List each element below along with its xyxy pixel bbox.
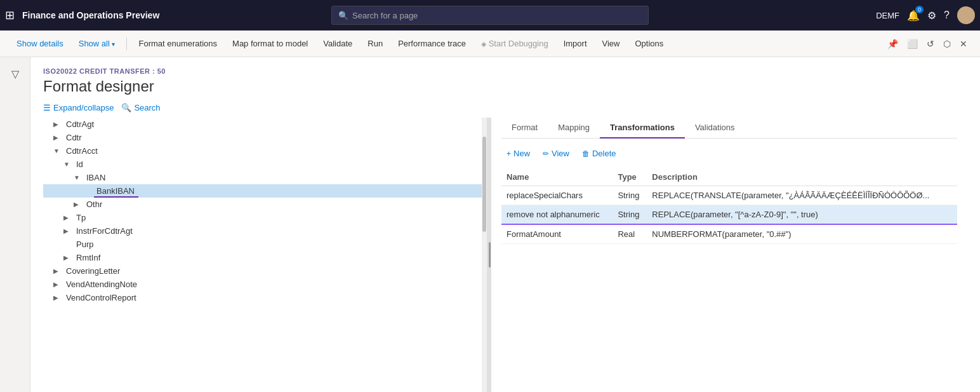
list-icon: ☰ <box>43 103 51 112</box>
settings-icon[interactable]: ⚙ <box>927 10 936 22</box>
refresh-icon[interactable]: ↺ <box>924 36 937 51</box>
toolbar-separator-1 <box>126 37 127 50</box>
plus-icon: + <box>507 149 511 158</box>
tree-item[interactable]: ▶ Cdtr <box>43 131 482 144</box>
tree-item-bankiban[interactable]: BankIBAN <box>43 184 482 198</box>
delete-button[interactable]: 🗑 Delete <box>577 146 621 161</box>
tree-toggle[interactable]: ▶ <box>63 254 74 261</box>
table-row[interactable]: FormatAmount Real NUMBERFORMAT(parameter… <box>501 224 957 244</box>
performance-trace-button[interactable]: Performance trace <box>392 36 472 51</box>
tree-toggle[interactable]: ▶ <box>53 294 63 301</box>
toolbar-right: 📌 ⬜ ↺ ⬡ ✕ <box>885 36 970 51</box>
tree-toggle[interactable]: ▼ <box>74 174 84 181</box>
tree-toggle[interactable]: ▼ <box>53 147 63 154</box>
col-name: Name <box>501 168 612 186</box>
table-row-selected[interactable]: remove not alphanumeric String REPLACE(p… <box>501 205 957 225</box>
top-navigation: ⊞ Finance and Operations Preview 🔍 Searc… <box>0 0 980 30</box>
breadcrumb: ISO20022 CREDIT TRANSFER : 50 <box>43 67 967 75</box>
search-icon: 🔍 <box>338 11 348 20</box>
scrollbar[interactable] <box>482 118 487 392</box>
panels: ▶ CdtrAgt ▶ Cdtr ▼ CdtrAcct <box>43 118 967 392</box>
sidebar-icons: ▽ <box>0 57 30 392</box>
table-row[interactable]: replaceSpecialChars String REPLACE(TRANS… <box>501 186 957 205</box>
help-icon[interactable]: ? <box>944 10 950 21</box>
view-record-button[interactable]: ✏ View <box>538 146 574 161</box>
view-button[interactable]: View <box>596 36 626 51</box>
run-button[interactable]: Run <box>361 36 389 51</box>
row-name: FormatAmount <box>501 224 612 244</box>
global-search[interactable]: 🔍 Search for a page <box>331 6 649 25</box>
col-description: Description <box>647 168 957 186</box>
pin-icon[interactable]: 📌 <box>885 36 901 51</box>
trash-icon: 🗑 <box>582 149 590 158</box>
start-debugging-button: ◈ Start Debugging <box>475 36 555 51</box>
validate-button[interactable]: Validate <box>317 36 359 51</box>
right-tabs: Format Mapping Transformations Validatio… <box>501 118 957 139</box>
close-icon[interactable]: ✕ <box>957 36 970 51</box>
col-type: Type <box>612 168 647 186</box>
edit-icon: ✏ <box>543 149 549 158</box>
row-type: String <box>612 205 647 225</box>
notification-icon[interactable]: 🔔 0 <box>907 10 920 22</box>
divider-handle <box>489 242 491 267</box>
tree-toggle[interactable]: ▶ <box>53 134 63 141</box>
tree-item[interactable]: ▶ Tp <box>43 211 482 224</box>
tree-item[interactable]: ▼ IBAN <box>43 171 482 184</box>
content-area: ISO20022 CREDIT TRANSFER : 50 Format des… <box>30 57 980 392</box>
avatar[interactable] <box>957 6 975 24</box>
notification-badge: 0 <box>915 6 924 13</box>
transformations-table: Name Type Description replaceSpecialChar… <box>501 168 957 244</box>
user-code: DEMF <box>876 11 899 20</box>
import-button[interactable]: Import <box>557 36 593 51</box>
tab-mapping[interactable]: Mapping <box>548 118 600 139</box>
tree-item[interactable]: ▼ Id <box>43 158 482 171</box>
main-content: ▽ ISO20022 CREDIT TRANSFER : 50 Format d… <box>0 57 980 392</box>
tree-item[interactable]: ▶ VendAttendingNote <box>43 278 482 291</box>
tree-item[interactable]: Purp <box>43 238 482 251</box>
right-panel: Format Mapping Transformations Validatio… <box>491 118 967 392</box>
search-icon-small: 🔍 <box>121 103 131 112</box>
row-type: Real <box>612 224 647 244</box>
row-description: REPLACE(TRANSLATE(parameter, "¿ÀÁÂÃÄÄÆÇÈ… <box>647 186 957 205</box>
tree-toggle[interactable]: ▶ <box>53 121 63 128</box>
tree-item[interactable]: ▼ CdtrAcct <box>43 144 482 158</box>
tree-item[interactable]: ▶ InstrForCdtrAgt <box>43 224 482 238</box>
search-placeholder: Search for a page <box>352 11 418 20</box>
expand-icon[interactable]: ⬜ <box>904 36 920 51</box>
row-type: String <box>612 186 647 205</box>
row-name: remove not alphanumeric <box>501 205 612 225</box>
tree-item[interactable]: ▶ RmtInf <box>43 251 482 264</box>
scrollbar-thumb[interactable] <box>482 137 486 232</box>
tree-toggle[interactable]: ▶ <box>53 267 63 274</box>
show-all-button[interactable]: Show all <box>72 36 122 51</box>
top-nav-right: DEMF 🔔 0 ⚙ ? <box>876 6 975 24</box>
options-button[interactable]: Options <box>628 36 670 51</box>
tree-toggle[interactable]: ▶ <box>63 227 74 234</box>
search-tree-button[interactable]: 🔍 Search <box>121 103 160 112</box>
page-title: Format designer <box>43 78 967 95</box>
filter-icon[interactable]: ▽ <box>4 62 27 85</box>
tree-toggle[interactable]: ▶ <box>53 281 63 288</box>
tree-toggle[interactable]: ▶ <box>63 214 74 221</box>
expand-collapse-button[interactable]: ☰ Expand/collapse <box>43 103 114 112</box>
popout-icon[interactable]: ⬡ <box>941 36 953 51</box>
show-details-button[interactable]: Show details <box>10 36 70 51</box>
row-description: NUMBERFORMAT(parameter, "0.##") <box>647 224 957 244</box>
tree-item[interactable]: ▶ CdtrAgt <box>43 118 482 131</box>
map-format-to-model-button[interactable]: Map format to model <box>226 36 314 51</box>
tree-toggle[interactable]: ▼ <box>63 161 74 168</box>
new-button[interactable]: + New <box>501 146 535 161</box>
format-enumerations-button[interactable]: Format enumerations <box>132 36 223 51</box>
app-grid-icon[interactable]: ⊞ <box>5 8 15 22</box>
tree-item[interactable]: ▶ CoveringLetter <box>43 264 482 278</box>
tab-validations[interactable]: Validations <box>685 118 745 139</box>
app-title: Finance and Operations Preview <box>22 10 159 20</box>
left-panel-header: ☰ Expand/collapse 🔍 Search <box>43 103 967 112</box>
tab-format[interactable]: Format <box>501 118 548 139</box>
tree-item[interactable]: ▶ Othr <box>43 198 482 211</box>
left-tree-panel: ▶ CdtrAgt ▶ Cdtr ▼ CdtrAcct <box>43 118 487 392</box>
tab-transformations[interactable]: Transformations <box>600 118 685 139</box>
tree-toggle[interactable]: ▶ <box>74 201 84 208</box>
row-description: REPLACE(parameter, "[^a-zA-Z0-9]", "", t… <box>647 205 957 225</box>
tree-item[interactable]: ▶ VendControlReport <box>43 291 482 304</box>
